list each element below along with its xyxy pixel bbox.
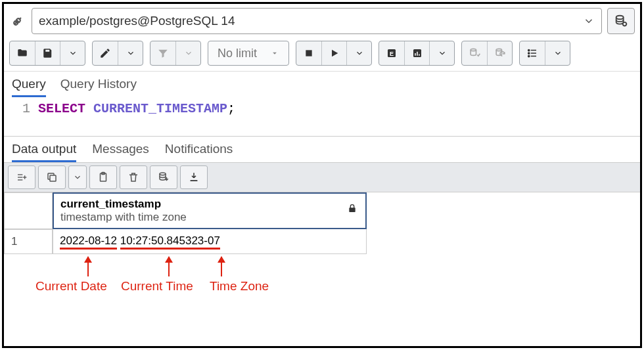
cell-value[interactable]: 2022-08-12 10:27:50.845323-07	[53, 229, 367, 254]
arrow-date-icon	[87, 257, 89, 276]
svg-point-0	[616, 16, 624, 20]
svg-rect-6	[415, 53, 416, 56]
svg-rect-22	[50, 175, 56, 181]
svg-text:E: E	[390, 51, 394, 57]
stop-button[interactable]	[296, 41, 321, 65]
rollback-button[interactable]	[487, 41, 512, 65]
svg-point-15	[528, 55, 530, 56]
value-time: 10:27:50.845323	[120, 234, 204, 250]
svg-point-1	[623, 22, 627, 26]
column-header[interactable]: current_timestamp timestamp with time zo…	[53, 192, 367, 229]
row-header-blank	[4, 192, 53, 229]
svg-point-13	[528, 53, 530, 54]
row-limit-label: No limit	[218, 47, 257, 60]
svg-rect-2	[306, 50, 311, 56]
line-number: 1	[4, 101, 38, 127]
filter-dropdown-button[interactable]	[175, 41, 200, 65]
macros-button[interactable]	[520, 41, 545, 65]
copy-dropdown-button[interactable]	[68, 165, 87, 189]
column-type: timestamp with time zone	[60, 211, 359, 224]
edit-dropdown-button[interactable]	[118, 41, 143, 65]
add-row-button[interactable]	[8, 165, 35, 189]
keyword-function: CURRENT_TIMESTAMP	[93, 101, 227, 116]
save-data-button[interactable]	[150, 165, 177, 189]
tab-messages[interactable]: Messages	[92, 142, 149, 162]
execute-dropdown-button[interactable]	[346, 41, 371, 65]
sql-code: SELECT CURRENT_TIMESTAMP;	[38, 101, 640, 127]
explain-dropdown-button[interactable]	[429, 41, 454, 65]
save-dropdown-button[interactable]	[60, 41, 85, 65]
sql-editor[interactable]: 1 SELECT CURRENT_TIMESTAMP;	[4, 97, 640, 137]
tab-data-output[interactable]: Data output	[12, 142, 76, 162]
explain-button[interactable]: E	[379, 41, 404, 65]
annotation-tz: Time Zone	[210, 279, 269, 294]
connection-selector[interactable]: example/postgres@PostgreSQL 14	[32, 8, 602, 34]
macros-dropdown-button[interactable]	[545, 41, 570, 65]
statement-end: ;	[227, 101, 235, 116]
column-name: current_timestamp	[60, 198, 359, 211]
tab-query[interactable]: Query	[12, 77, 46, 97]
download-button[interactable]	[180, 165, 208, 189]
annotation-area: Current Date Current Time Time Zone	[4, 257, 640, 309]
copy-button[interactable]	[38, 165, 66, 189]
connection-label: example/postgres@PostgreSQL 14	[39, 14, 235, 28]
arrow-tz-icon	[221, 257, 222, 276]
save-button[interactable]	[35, 41, 60, 65]
connection-status-icon	[9, 12, 26, 30]
annotation-time: Current Time	[121, 279, 193, 294]
svg-point-25	[160, 173, 166, 175]
connection-settings-button[interactable]	[607, 8, 635, 34]
delete-row-button[interactable]	[120, 165, 147, 189]
explain-analyze-button[interactable]	[404, 41, 429, 65]
edit-button[interactable]	[93, 41, 118, 65]
chevron-down-icon	[583, 15, 595, 27]
value-timezone: -07	[204, 234, 220, 250]
row-limit-select[interactable]: No limit	[208, 41, 289, 66]
svg-rect-7	[417, 52, 418, 56]
lock-icon	[347, 203, 357, 213]
keyword-select: SELECT	[38, 101, 85, 116]
open-file-button[interactable]	[10, 41, 35, 65]
value-date: 2022-08-12	[60, 234, 117, 250]
commit-button[interactable]	[462, 41, 487, 65]
annotation-date: Current Date	[35, 279, 107, 294]
execute-button[interactable]	[321, 41, 346, 65]
row-number: 1	[4, 229, 53, 254]
tab-query-history[interactable]: Query History	[60, 77, 137, 97]
svg-point-9	[471, 49, 476, 51]
tab-notifications[interactable]: Notifications	[165, 142, 233, 162]
svg-point-11	[528, 49, 530, 51]
svg-point-10	[496, 49, 501, 51]
filter-button[interactable]	[150, 41, 175, 65]
arrow-time-icon	[168, 257, 170, 276]
svg-rect-26	[191, 181, 198, 182]
svg-rect-8	[419, 55, 420, 56]
paste-button[interactable]	[89, 165, 117, 189]
